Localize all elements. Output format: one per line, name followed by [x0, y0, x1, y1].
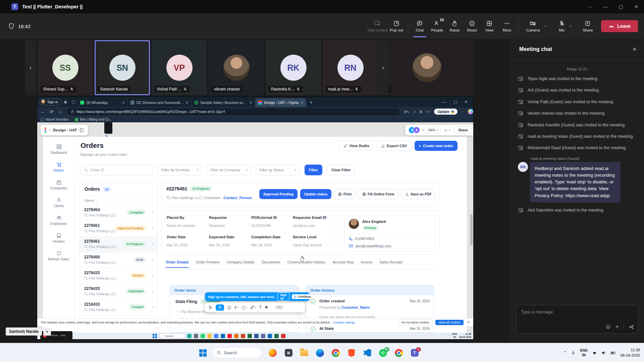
shared-app-icon[interactable] [214, 334, 218, 338]
components-tool-icon[interactable]: ❖ [265, 305, 268, 310]
browser-workspace-icon[interactable]: ▢ [69, 100, 77, 104]
hand-tool-icon[interactable] [216, 304, 224, 311]
order-list-row[interactable]: 2216433TL Flex Holdings LLCCreated› [80, 300, 157, 315]
shared-app-icon[interactable] [187, 334, 192, 338]
order-list-row[interactable]: 2276433TL Flex Holdings LLCSubmitted› [80, 284, 157, 300]
participant-tile[interactable]: SNSantosh Narate [95, 40, 150, 95]
shared-app-icon[interactable] [268, 334, 272, 338]
split-screen-icon[interactable]: ⧉ [420, 110, 422, 114]
emoji-icon[interactable] [605, 324, 611, 329]
frame-tool-icon[interactable]: #▾ [234, 305, 238, 310]
allow-cookies-button[interactable]: Allow all cookies [435, 320, 464, 325]
shared-app-icon[interactable] [281, 334, 285, 338]
copilot-icon[interactable] [468, 109, 473, 114]
camera-button[interactable]: Camera [521, 15, 552, 37]
tab-sales-receipt[interactable]: Sales Receipt [379, 260, 402, 268]
order-list-row[interactable]: 2279451TL Flex Holdings LLCApproval Pend… [80, 221, 157, 237]
participant-tile[interactable]: RKRavindra K... [266, 40, 321, 95]
vscode-icon[interactable] [363, 349, 372, 357]
sidebar-item-refresh-token[interactable]: Refresh Token [43, 251, 74, 261]
layers-panel-icon[interactable] [79, 128, 84, 132]
cookie-close-icon[interactable]: ✕ [467, 320, 470, 324]
browser-extensions-icon[interactable]: ◉ [61, 100, 69, 104]
camera-chevron-icon[interactable] [543, 24, 547, 28]
chat-close-icon[interactable]: ✕ [632, 46, 637, 52]
tab-close-icon[interactable]: ✕ [185, 101, 189, 105]
text-tool-icon[interactable]: T [259, 305, 262, 310]
view-drafts-button[interactable]: View Drafts [339, 141, 374, 151]
update-status-button[interactable]: Update status [300, 189, 331, 199]
filter-by-domicile-select[interactable]: Filter by Domicile▾ [158, 165, 202, 175]
shared-app-icon[interactable] [254, 334, 259, 338]
more-window-icon[interactable]: ⋯ [582, 4, 598, 9]
participant-tile[interactable]: vikram chavan [209, 40, 264, 95]
browser-tab[interactable]: Sample Salary Structure with calc✕ [192, 98, 255, 107]
print-button[interactable]: Print [334, 189, 356, 199]
taskbar-clock[interactable]: 11:3808-04-2025 [620, 348, 640, 358]
order-list-row[interactable]: 2276451TL Flex Holdings LLCIn Progress› [80, 237, 157, 252]
contact-email[interactable]: alex@vstatefilings.com [355, 244, 391, 248]
order-id-search-input[interactable]: Order ID [80, 165, 153, 175]
chat-message-list[interactable]: Today 11:21Tejas Ingle was invited to th… [511, 62, 644, 300]
whatsapp-icon[interactable]: ✆81 [379, 349, 387, 357]
mic-chevron-icon[interactable] [569, 24, 573, 28]
read-aloud-icon[interactable]: A∿ [404, 110, 410, 114]
url-field[interactable]: https://www.figma.com/design/9BKQ0FOHRWa… [67, 108, 400, 115]
browser-close-icon[interactable]: ✕ [461, 100, 471, 104]
participant-tile[interactable] [380, 40, 474, 95]
browser-tab[interactable]: DC Divisions and Surroundings✕ [128, 98, 192, 107]
pen-tool-icon[interactable]: ▾ [250, 305, 256, 309]
browser-maximize-icon[interactable]: ▢ [450, 100, 461, 104]
firefox-icon[interactable] [268, 349, 277, 357]
contact-phone[interactable]: 2123874901 [355, 237, 374, 241]
shared-app-icon[interactable] [234, 334, 238, 338]
minimize-icon[interactable]: — [598, 4, 613, 9]
file-explorer-icon[interactable] [300, 349, 309, 357]
browser-tab[interactable]: Design - UAT – Figma✕ [255, 98, 306, 107]
name-column-header[interactable]: Name ↓ [80, 196, 157, 205]
sidebar-item-employees[interactable]: Employees [43, 215, 74, 226]
share-button[interactable]: Share [579, 15, 596, 37]
order-list-row[interactable]: 2276450TL Flex Holdings LLCDraft› [80, 252, 157, 268]
create-new-order-button[interactable]: + Create new order [415, 141, 458, 151]
figma-collaborator-avatar[interactable]: A [413, 127, 420, 133]
figma-canvas[interactable]: ▾ Design - UAT S SA ▾ 94%▾ ▷▾ Share Dash… [37, 122, 473, 333]
save-as-pdf-button[interactable]: Save as PDF [401, 189, 436, 199]
home-icon[interactable]: ⌂ [56, 109, 65, 114]
sidebar-item-orders[interactable]: Orders [43, 162, 74, 172]
zoom-control[interactable]: 94%▾ [426, 127, 440, 133]
figma-signup-button[interactable]: Sign up [277, 292, 289, 301]
tab-order-details[interactable]: Order Details [166, 260, 189, 268]
view-button[interactable]: View [481, 15, 498, 37]
refresh-icon[interactable]: ⟳ [47, 109, 56, 114]
figma-menu-chevron-icon[interactable]: ▾ [49, 129, 50, 132]
sidebar-item-clients[interactable]: Clients [43, 197, 74, 208]
send-icon[interactable] [629, 324, 634, 330]
shared-app-icon[interactable] [248, 334, 252, 338]
dev-mode-toggle[interactable]: </> [275, 305, 284, 310]
react-button[interactable]: React [463, 15, 481, 37]
browser-tab[interactable]: (9) WhatsApp✕ [77, 98, 128, 107]
sidebar-item-vendors[interactable]: Vendors [43, 233, 74, 243]
more-button[interactable]: More [498, 15, 516, 37]
shared-search-box[interactable]: ⌕Search [159, 334, 185, 338]
bookmark-import-favorites[interactable]: Import favorites [41, 118, 69, 121]
cookies-settings-link[interactable]: Cookies settings [333, 321, 355, 324]
favorite-star-icon[interactable]: ☆ [413, 110, 416, 114]
canvas-scrollbar[interactable] [470, 124, 473, 330]
maximize-icon[interactable]: ▢ [613, 4, 629, 9]
settings-more-icon[interactable]: ⋯ [461, 110, 465, 114]
figma-file-menu[interactable]: ▾ Design - UAT [41, 125, 88, 135]
participant-tile[interactable]: VPVishal Patil ... [152, 40, 207, 95]
move-tool-icon[interactable] [208, 305, 213, 310]
tray-chevron-icon[interactable]: ⌃ [448, 335, 450, 337]
chat-button[interactable]: Chat [411, 15, 428, 37]
tab-invoice[interactable]: Invoice [361, 260, 372, 268]
volume-icon[interactable] [601, 351, 606, 355]
edge-icon[interactable] [316, 349, 324, 357]
pop-out-button[interactable]: Pop out [388, 15, 405, 37]
attach-plus-icon[interactable]: + [615, 323, 619, 330]
avatars-chevron-icon[interactable]: ▾ [422, 129, 424, 132]
mic-button[interactable]: Mic [552, 15, 579, 37]
presenter-pin-button[interactable]: + [43, 328, 51, 336]
